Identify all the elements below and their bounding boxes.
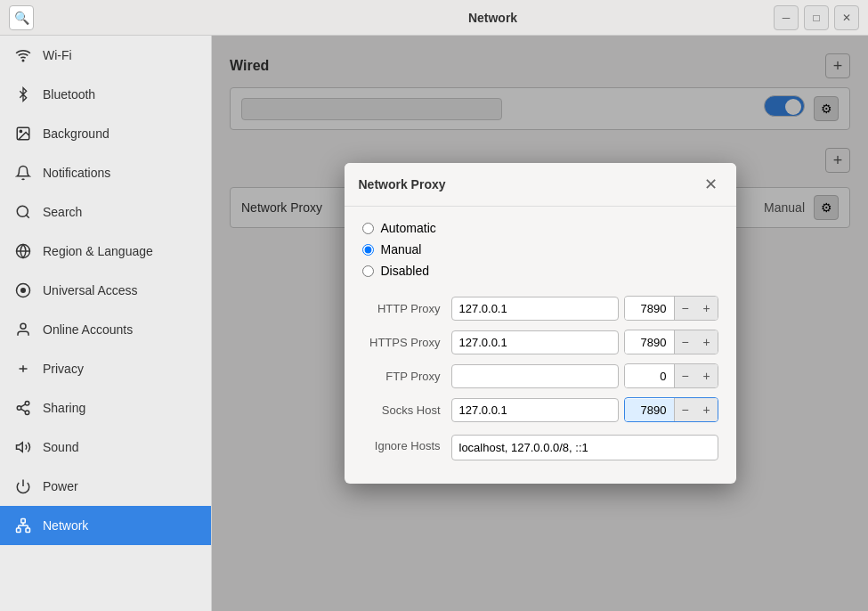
sidebar-label-sound: Sound (43, 440, 78, 454)
http-proxy-field: HTTP Proxy − + (362, 296, 718, 321)
socks-proxy-port-group: − + (624, 397, 718, 422)
svg-rect-19 (21, 519, 26, 524)
sidebar-label-sharing: Sharing (43, 401, 85, 415)
close-icon: ✕ (842, 12, 851, 24)
https-proxy-label: HTTPS Proxy (362, 336, 451, 349)
ftp-proxy-port-input[interactable] (625, 365, 674, 387)
socks-proxy-label: Socks Host (362, 403, 451, 417)
radio-automatic[interactable]: Automatic (362, 221, 718, 235)
radio-disabled-label: Disabled (381, 264, 429, 278)
ftp-port-decrease-button[interactable]: − (675, 364, 696, 387)
main-content: Wi-Fi Bluetooth Background Notifications (0, 36, 868, 611)
accounts-icon (14, 321, 32, 338)
sidebar-label-privacy: Privacy (43, 362, 84, 376)
https-proxy-field: HTTPS Proxy − + (362, 330, 718, 354)
ftp-proxy-host-input[interactable] (451, 364, 619, 388)
sidebar-item-search[interactable]: Search (0, 192, 211, 232)
maximize-button[interactable]: □ (804, 5, 829, 30)
ftp-proxy-field: FTP Proxy − + (362, 363, 718, 388)
sidebar-label-wifi: Wi-Fi (43, 48, 72, 62)
universal-icon (14, 281, 32, 299)
http-port-decrease-button[interactable]: − (675, 297, 696, 320)
svg-point-0 (22, 60, 24, 61)
sharing-icon (14, 399, 32, 417)
sidebar-item-background[interactable]: Background (0, 114, 211, 153)
modal-title: Network Proxy (359, 177, 446, 191)
minimize-icon: ─ (783, 12, 791, 24)
privacy-icon (14, 360, 32, 378)
ftp-proxy-label: FTP Proxy (362, 370, 451, 383)
region-icon (14, 242, 32, 260)
ignore-hosts-label: Ignore Hosts (362, 439, 451, 452)
sidebar-item-power[interactable]: Power (0, 467, 211, 506)
radio-automatic-label: Automatic (381, 221, 436, 235)
sidebar-item-wifi[interactable]: Wi-Fi (0, 36, 211, 75)
minimize-button[interactable]: ─ (774, 5, 799, 30)
window-controls: ─ □ ✕ (774, 5, 868, 30)
radio-manual[interactable]: Manual (362, 242, 718, 257)
network-icon (14, 517, 32, 534)
socks-port-increase-button[interactable]: + (696, 398, 718, 421)
sidebar-item-sound[interactable]: Sound (0, 428, 211, 467)
app-window: 🔍 Network ─ □ ✕ Wi-Fi (0, 0, 868, 611)
svg-marker-15 (17, 443, 23, 452)
sidebar: Wi-Fi Bluetooth Background Notifications (0, 36, 212, 611)
socks-host-input[interactable] (451, 398, 619, 422)
svg-point-11 (17, 406, 21, 411)
maximize-icon: □ (813, 12, 819, 24)
https-proxy-host-input[interactable] (451, 330, 619, 354)
https-proxy-port-input[interactable] (625, 331, 674, 354)
sidebar-item-privacy[interactable]: Privacy (0, 349, 211, 388)
socks-port-decrease-button[interactable]: − (675, 398, 696, 421)
radio-disabled[interactable]: Disabled (362, 264, 718, 278)
search-icon: 🔍 (14, 11, 29, 25)
sidebar-label-background: Background (43, 126, 110, 141)
svg-point-3 (17, 206, 28, 216)
sidebar-label-bluetooth: Bluetooth (43, 87, 95, 102)
svg-point-2 (20, 130, 21, 132)
power-icon (14, 477, 32, 495)
search-sidebar-icon (14, 203, 32, 221)
https-proxy-port-group: − + (624, 330, 718, 354)
http-port-increase-button[interactable]: + (696, 297, 718, 320)
sidebar-item-network[interactable]: Network (0, 506, 211, 545)
title-bar-left: 🔍 (0, 5, 212, 30)
svg-point-12 (25, 411, 29, 415)
http-proxy-port-group: − + (624, 296, 718, 321)
svg-point-9 (20, 323, 26, 329)
search-button[interactable]: 🔍 (9, 5, 34, 30)
svg-rect-18 (17, 528, 21, 533)
modal-close-icon: ✕ (704, 175, 718, 194)
svg-rect-17 (26, 528, 30, 533)
modal-close-button[interactable]: ✕ (701, 174, 722, 195)
notifications-icon (14, 164, 32, 182)
sidebar-label-region: Region & Language (43, 244, 153, 258)
sidebar-item-sharing[interactable]: Sharing (0, 388, 211, 428)
sidebar-item-accounts[interactable]: Online Accounts (0, 310, 211, 349)
radio-manual-input[interactable] (362, 244, 374, 256)
socks-port-input[interactable] (625, 399, 674, 421)
modal-body: Automatic Manual Disabled (345, 207, 736, 484)
http-proxy-port-input[interactable] (625, 297, 674, 320)
https-port-increase-button[interactable]: + (696, 330, 718, 354)
socks-proxy-field: Socks Host − + (362, 397, 718, 422)
sidebar-label-universal: Universal Access (43, 283, 138, 297)
sound-icon (14, 438, 32, 456)
sidebar-item-region[interactable]: Region & Language (0, 232, 211, 271)
svg-line-13 (20, 409, 25, 411)
svg-line-14 (20, 404, 25, 407)
sidebar-item-notifications[interactable]: Notifications (0, 153, 211, 192)
sidebar-item-bluetooth[interactable]: Bluetooth (0, 75, 211, 114)
sidebar-label-network: Network (43, 518, 88, 533)
ignore-hosts-field: Ignore Hosts (362, 431, 718, 460)
http-proxy-host-input[interactable] (451, 297, 619, 321)
radio-disabled-input[interactable] (362, 265, 374, 277)
ftp-port-increase-button[interactable]: + (696, 364, 718, 387)
sidebar-item-universal[interactable]: Universal Access (0, 271, 211, 310)
panel-title: Network (212, 11, 774, 25)
ignore-hosts-input[interactable] (451, 435, 718, 460)
radio-manual-label: Manual (381, 242, 422, 257)
close-button[interactable]: ✕ (834, 5, 859, 30)
radio-automatic-input[interactable] (362, 223, 374, 234)
https-port-decrease-button[interactable]: − (675, 330, 696, 354)
